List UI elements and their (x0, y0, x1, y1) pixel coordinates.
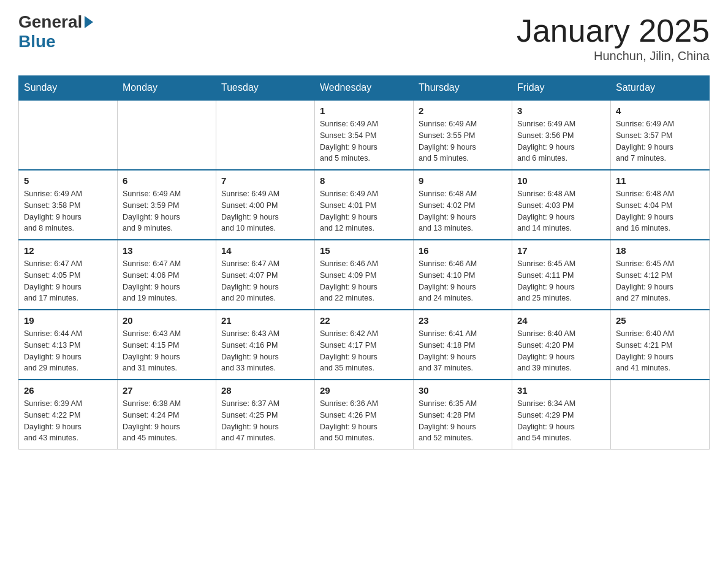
day-info: Sunrise: 6:47 AMSunset: 4:06 PMDaylight:… (123, 258, 211, 304)
page-header: General Blue January 2025 Hunchun, Jilin… (18, 12, 710, 63)
calendar-cell: 4Sunrise: 6:49 AMSunset: 3:57 PMDaylight… (611, 100, 710, 170)
calendar-cell: 20Sunrise: 6:43 AMSunset: 4:15 PMDayligh… (118, 310, 216, 380)
calendar-cell: 28Sunrise: 6:37 AMSunset: 4:25 PMDayligh… (216, 380, 315, 450)
calendar-header-row: SundayMondayTuesdayWednesdayThursdayFrid… (19, 76, 710, 101)
calendar-cell: 7Sunrise: 6:49 AMSunset: 4:00 PMDaylight… (216, 170, 315, 240)
day-info: Sunrise: 6:37 AMSunset: 4:25 PMDaylight:… (221, 398, 309, 444)
calendar-week-row: 12Sunrise: 6:47 AMSunset: 4:05 PMDayligh… (19, 240, 710, 310)
calendar-cell: 9Sunrise: 6:48 AMSunset: 4:02 PMDaylight… (414, 170, 512, 240)
calendar-cell: 31Sunrise: 6:34 AMSunset: 4:29 PMDayligh… (512, 380, 611, 450)
calendar-header-monday: Monday (118, 76, 216, 101)
day-info: Sunrise: 6:48 AMSunset: 4:04 PMDaylight:… (616, 188, 704, 234)
day-info: Sunrise: 6:47 AMSunset: 4:07 PMDaylight:… (221, 258, 309, 304)
calendar-cell: 13Sunrise: 6:47 AMSunset: 4:06 PMDayligh… (118, 240, 216, 310)
calendar-header-tuesday: Tuesday (216, 76, 315, 101)
day-number: 30 (419, 385, 507, 396)
calendar-cell: 17Sunrise: 6:45 AMSunset: 4:11 PMDayligh… (512, 240, 611, 310)
day-info: Sunrise: 6:34 AMSunset: 4:29 PMDaylight:… (517, 398, 605, 444)
calendar-week-row: 19Sunrise: 6:44 AMSunset: 4:13 PMDayligh… (19, 310, 710, 380)
day-info: Sunrise: 6:49 AMSunset: 3:57 PMDaylight:… (616, 118, 704, 164)
day-info: Sunrise: 6:47 AMSunset: 4:05 PMDaylight:… (24, 258, 112, 304)
day-info: Sunrise: 6:49 AMSunset: 3:58 PMDaylight:… (24, 188, 112, 234)
calendar-header-friday: Friday (512, 76, 611, 101)
calendar-table: SundayMondayTuesdayWednesdayThursdayFrid… (18, 75, 710, 450)
day-number: 27 (123, 385, 211, 396)
calendar-cell: 11Sunrise: 6:48 AMSunset: 4:04 PMDayligh… (611, 170, 710, 240)
day-info: Sunrise: 6:40 AMSunset: 4:21 PMDaylight:… (616, 328, 704, 374)
calendar-cell: 22Sunrise: 6:42 AMSunset: 4:17 PMDayligh… (315, 310, 414, 380)
day-number: 12 (24, 245, 112, 256)
day-number: 29 (320, 385, 408, 396)
day-info: Sunrise: 6:43 AMSunset: 4:15 PMDaylight:… (123, 328, 211, 374)
month-title: January 2025 (517, 12, 710, 49)
day-number: 11 (616, 175, 704, 186)
day-info: Sunrise: 6:44 AMSunset: 4:13 PMDaylight:… (24, 328, 112, 374)
day-number: 28 (221, 385, 309, 396)
location-text: Hunchun, Jilin, China (517, 49, 710, 63)
calendar-cell: 2Sunrise: 6:49 AMSunset: 3:55 PMDaylight… (414, 100, 512, 170)
day-info: Sunrise: 6:49 AMSunset: 4:01 PMDaylight:… (320, 188, 408, 234)
calendar-cell: 27Sunrise: 6:38 AMSunset: 4:24 PMDayligh… (118, 380, 216, 450)
day-number: 10 (517, 175, 605, 186)
day-number: 17 (517, 245, 605, 256)
calendar-cell: 18Sunrise: 6:45 AMSunset: 4:12 PMDayligh… (611, 240, 710, 310)
day-info: Sunrise: 6:48 AMSunset: 4:02 PMDaylight:… (419, 188, 507, 234)
day-info: Sunrise: 6:49 AMSunset: 3:56 PMDaylight:… (517, 118, 605, 164)
day-number: 7 (221, 175, 309, 186)
day-number: 3 (517, 105, 605, 116)
day-number: 25 (616, 315, 704, 326)
day-info: Sunrise: 6:39 AMSunset: 4:22 PMDaylight:… (24, 398, 112, 444)
day-number: 13 (123, 245, 211, 256)
day-number: 31 (517, 385, 605, 396)
calendar-cell: 21Sunrise: 6:43 AMSunset: 4:16 PMDayligh… (216, 310, 315, 380)
day-number: 21 (221, 315, 309, 326)
day-info: Sunrise: 6:49 AMSunset: 3:59 PMDaylight:… (123, 188, 211, 234)
calendar-cell: 23Sunrise: 6:41 AMSunset: 4:18 PMDayligh… (414, 310, 512, 380)
day-info: Sunrise: 6:35 AMSunset: 4:28 PMDaylight:… (419, 398, 507, 444)
calendar-cell (216, 100, 315, 170)
calendar-cell: 12Sunrise: 6:47 AMSunset: 4:05 PMDayligh… (19, 240, 118, 310)
day-number: 8 (320, 175, 408, 186)
calendar-cell: 8Sunrise: 6:49 AMSunset: 4:01 PMDaylight… (315, 170, 414, 240)
day-number: 2 (419, 105, 507, 116)
day-number: 20 (123, 315, 211, 326)
day-number: 18 (616, 245, 704, 256)
calendar-cell: 5Sunrise: 6:49 AMSunset: 3:58 PMDaylight… (19, 170, 118, 240)
calendar-cell: 25Sunrise: 6:40 AMSunset: 4:21 PMDayligh… (611, 310, 710, 380)
day-number: 16 (419, 245, 507, 256)
day-info: Sunrise: 6:43 AMSunset: 4:16 PMDaylight:… (221, 328, 309, 374)
day-number: 23 (419, 315, 507, 326)
logo-arrow-icon (85, 16, 93, 28)
calendar-cell: 6Sunrise: 6:49 AMSunset: 3:59 PMDaylight… (118, 170, 216, 240)
logo-blue-text: Blue (18, 32, 56, 51)
calendar-cell (19, 100, 118, 170)
calendar-cell: 30Sunrise: 6:35 AMSunset: 4:28 PMDayligh… (414, 380, 512, 450)
day-info: Sunrise: 6:36 AMSunset: 4:26 PMDaylight:… (320, 398, 408, 444)
day-number: 26 (24, 385, 112, 396)
day-number: 15 (320, 245, 408, 256)
day-info: Sunrise: 6:46 AMSunset: 4:10 PMDaylight:… (419, 258, 507, 304)
calendar-cell: 10Sunrise: 6:48 AMSunset: 4:03 PMDayligh… (512, 170, 611, 240)
day-info: Sunrise: 6:41 AMSunset: 4:18 PMDaylight:… (419, 328, 507, 374)
day-number: 1 (320, 105, 408, 116)
day-info: Sunrise: 6:49 AMSunset: 3:55 PMDaylight:… (419, 118, 507, 164)
calendar-cell: 26Sunrise: 6:39 AMSunset: 4:22 PMDayligh… (19, 380, 118, 450)
calendar-cell: 14Sunrise: 6:47 AMSunset: 4:07 PMDayligh… (216, 240, 315, 310)
day-number: 4 (616, 105, 704, 116)
calendar-cell: 29Sunrise: 6:36 AMSunset: 4:26 PMDayligh… (315, 380, 414, 450)
day-info: Sunrise: 6:49 AMSunset: 4:00 PMDaylight:… (221, 188, 309, 234)
day-info: Sunrise: 6:38 AMSunset: 4:24 PMDaylight:… (123, 398, 211, 444)
calendar-week-row: 1Sunrise: 6:49 AMSunset: 3:54 PMDaylight… (19, 100, 710, 170)
calendar-week-row: 5Sunrise: 6:49 AMSunset: 3:58 PMDaylight… (19, 170, 710, 240)
calendar-cell: 1Sunrise: 6:49 AMSunset: 3:54 PMDaylight… (315, 100, 414, 170)
logo: General Blue (18, 12, 94, 52)
day-info: Sunrise: 6:40 AMSunset: 4:20 PMDaylight:… (517, 328, 605, 374)
calendar-cell: 3Sunrise: 6:49 AMSunset: 3:56 PMDaylight… (512, 100, 611, 170)
day-info: Sunrise: 6:48 AMSunset: 4:03 PMDaylight:… (517, 188, 605, 234)
day-number: 6 (123, 175, 211, 186)
day-number: 14 (221, 245, 309, 256)
calendar-cell (611, 380, 710, 450)
day-number: 5 (24, 175, 112, 186)
calendar-week-row: 26Sunrise: 6:39 AMSunset: 4:22 PMDayligh… (19, 380, 710, 450)
day-number: 24 (517, 315, 605, 326)
